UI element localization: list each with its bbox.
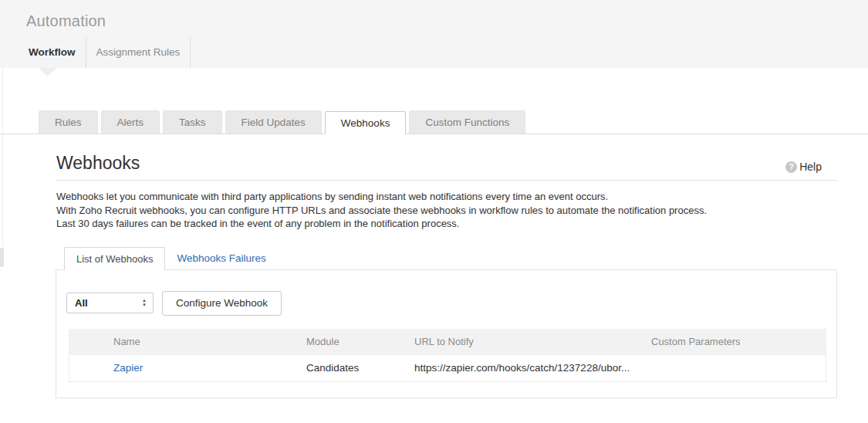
- left-edge-divider: [2, 68, 3, 245]
- tab-tasks[interactable]: Tasks: [163, 110, 222, 134]
- page-section-title: Automation: [26, 12, 106, 30]
- column-header-custom-parameters: Custom Parameters: [640, 336, 826, 347]
- help-question-icon: ?: [785, 161, 797, 173]
- help-label: Help: [799, 161, 822, 173]
- header-tab-workflow[interactable]: Workflow: [19, 37, 86, 68]
- configure-webhook-button[interactable]: Configure Webhook: [162, 291, 282, 316]
- active-tab-caret: [39, 68, 57, 76]
- webhooks-table-header: Name Module URL to Notify Custom Paramet…: [69, 329, 826, 355]
- table-row: Zapier Candidates https://zapier.com/hoo…: [69, 355, 826, 382]
- column-header-url-to-notify: URL to Notify: [403, 336, 640, 347]
- column-header-name: Name: [69, 336, 295, 347]
- webhook-module-value: Candidates: [295, 362, 403, 374]
- select-stepper-icon: ▲ ▼: [142, 299, 147, 307]
- tab-webhooks[interactable]: Webhooks: [325, 111, 407, 134]
- webhook-name-link[interactable]: Zapier: [69, 362, 295, 374]
- description-line: Last 30 days failures can be tracked in …: [56, 217, 837, 231]
- header-tab-bar: Workflow Assignment Rules: [19, 37, 191, 68]
- panel-tab-webhooks-failures[interactable]: Webhooks Failures: [165, 247, 277, 269]
- page-title: Webhooks: [56, 153, 140, 173]
- module-filter-value: All: [75, 297, 88, 309]
- webhooks-panel: List of Webhooks Webhooks Failures All ▲…: [56, 247, 837, 398]
- webhooks-panel-tab-bar: List of Webhooks Webhooks Failures: [64, 247, 837, 269]
- app-header: Automation Workflow Assignment Rules: [0, 0, 868, 68]
- description-line: Webhooks let you communicate with third …: [56, 190, 837, 204]
- workflow-tab-bar: Rules Alerts Tasks Field Updates Webhook…: [0, 110, 868, 134]
- description-line: With Zoho Recruit webhooks, you can conf…: [56, 204, 837, 218]
- webhooks-list-box: All ▲ ▼ Configure Webhook Name Module UR…: [56, 269, 837, 398]
- column-header-module: Module: [295, 336, 403, 347]
- left-edge-notch: [0, 248, 4, 267]
- tab-custom-functions[interactable]: Custom Functions: [409, 110, 525, 134]
- header-tab-assignment-rules[interactable]: Assignment Rules: [86, 37, 191, 68]
- webhook-url-value: https://zapier.com/hooks/catch/1237228/u…: [403, 362, 640, 374]
- webhooks-controls: All ▲ ▼ Configure Webhook: [66, 291, 836, 316]
- main-content: Webhooks ? Help Webhooks let you communi…: [0, 153, 868, 398]
- page-description: Webhooks let you communicate with third …: [56, 190, 837, 231]
- tab-field-updates[interactable]: Field Updates: [225, 110, 322, 134]
- tab-alerts[interactable]: Alerts: [101, 110, 160, 134]
- help-link[interactable]: ? Help: [785, 161, 822, 173]
- module-filter-select[interactable]: All ▲ ▼: [66, 293, 154, 313]
- page-head: Webhooks ? Help: [56, 153, 837, 181]
- tab-rules[interactable]: Rules: [39, 110, 98, 134]
- webhooks-table: Name Module URL to Notify Custom Paramet…: [69, 329, 826, 382]
- panel-tab-list-of-webhooks[interactable]: List of Webhooks: [64, 247, 165, 270]
